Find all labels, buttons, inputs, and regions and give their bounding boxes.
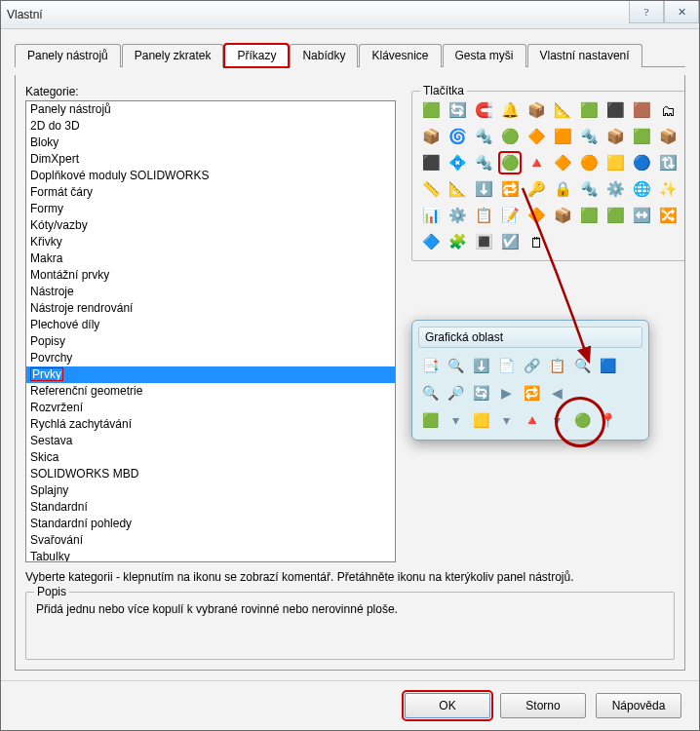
command-icon[interactable]: ☑️ xyxy=(499,231,521,252)
toolbar-icon[interactable]: 🟨 xyxy=(471,410,490,430)
category-item[interactable]: 2D do 3D xyxy=(26,118,395,135)
category-item[interactable]: Makra xyxy=(26,250,395,267)
toolbar-icon[interactable] xyxy=(598,383,617,403)
toolbar-icon[interactable]: ▾ xyxy=(547,410,566,430)
command-icon[interactable]: 🔔 xyxy=(499,99,521,121)
category-item[interactable]: Referenční geometrie xyxy=(26,383,395,400)
command-icon[interactable]: 📊 xyxy=(420,205,442,226)
toolbar-icon[interactable]: ▾ xyxy=(446,410,465,430)
tab-toolbars[interactable]: Panely nástrojů xyxy=(15,44,121,67)
command-icon[interactable]: 📦 xyxy=(420,126,442,147)
category-item[interactable]: Bloky xyxy=(26,135,395,151)
category-item[interactable]: Rozvržení xyxy=(26,400,395,416)
command-icon[interactable]: 🔵 xyxy=(631,152,652,173)
command-icon[interactable]: 🔒 xyxy=(552,178,573,200)
category-item[interactable]: Standardní xyxy=(26,499,395,516)
toolbar-icon[interactable]: 📄 xyxy=(496,356,516,375)
command-icon[interactable]: 🔶 xyxy=(525,205,547,226)
command-icon[interactable]: ⬛ xyxy=(420,152,442,173)
command-icon[interactable]: 🟠 xyxy=(578,152,600,173)
command-icon[interactable]: 🟩 xyxy=(604,205,626,226)
command-icon[interactable]: 🧲 xyxy=(473,99,494,121)
tab-custom[interactable]: Vlastní nastavení xyxy=(527,44,642,67)
command-icon[interactable]: 🔷 xyxy=(420,231,442,252)
toolbar-icon[interactable]: 📍 xyxy=(598,410,617,430)
command-icon[interactable]: 📐 xyxy=(447,178,468,200)
command-icon[interactable]: ⚙️ xyxy=(447,205,468,226)
help-button[interactable]: ? xyxy=(629,1,664,23)
command-icon[interactable]: 🌀 xyxy=(447,126,468,147)
command-icon[interactable]: 📦 xyxy=(552,205,573,226)
toolbar-icon[interactable]: 🔄 xyxy=(471,383,490,403)
category-item[interactable]: Rychlá zachytávání xyxy=(26,416,395,433)
command-icon[interactable]: 🔶 xyxy=(552,152,573,173)
toolbar-icon[interactable]: 🔁 xyxy=(522,383,541,403)
tab-gestures[interactable]: Gesta myši xyxy=(443,44,526,67)
toolbar-icon[interactable]: 🟦 xyxy=(598,356,617,375)
command-icon[interactable]: 💠 xyxy=(447,152,468,173)
category-item[interactable]: Splajny xyxy=(26,482,395,499)
command-icon[interactable]: 🟢 xyxy=(499,152,521,173)
command-icon[interactable]: 🔁 xyxy=(499,178,521,200)
category-item[interactable]: Nástroje xyxy=(26,284,395,300)
toolbar-icon[interactable]: 🟢 xyxy=(572,410,592,430)
category-item[interactable]: Doplňkové moduly SOLIDWORKS xyxy=(26,168,395,184)
command-icon[interactable]: 🔩 xyxy=(473,152,494,173)
command-icon[interactable]: 🗂 xyxy=(657,99,679,121)
category-item[interactable]: Popisy xyxy=(26,333,395,350)
command-icon[interactable]: 📦 xyxy=(525,99,547,121)
categories-listbox[interactable]: Panely nástrojů2D do 3DBlokyDimXpertDopl… xyxy=(25,100,396,562)
category-item[interactable]: Formy xyxy=(26,201,395,217)
category-item[interactable]: Nástroje rendrování xyxy=(26,300,395,317)
tab-commands[interactable]: Příkazy xyxy=(224,44,289,67)
category-item[interactable]: Kóty/vazby xyxy=(26,217,395,234)
command-icon[interactable]: 🟨 xyxy=(604,152,626,173)
toolbar-icon[interactable]: 📋 xyxy=(547,356,566,375)
category-item[interactable]: Montážní prvky xyxy=(26,267,395,284)
command-icon[interactable]: 🔳 xyxy=(473,231,494,252)
command-icon[interactable]: ⬛ xyxy=(604,99,626,121)
category-item[interactable]: Sestava xyxy=(26,433,395,449)
command-icon[interactable]: 🟩 xyxy=(578,205,600,226)
tab-keyboard[interactable]: Klávesnice xyxy=(359,44,441,67)
command-icon[interactable]: 🔩 xyxy=(473,126,494,147)
command-icon[interactable]: 🔑 xyxy=(525,178,547,200)
command-icon[interactable]: 🔩 xyxy=(578,126,600,147)
command-icon[interactable]: 🔄 xyxy=(447,99,468,121)
command-icon[interactable]: ⬇️ xyxy=(473,178,494,200)
category-item[interactable]: Standardní pohledy xyxy=(26,516,395,532)
toolbar-icon[interactable]: ◀ xyxy=(547,383,566,403)
toolbar-icon[interactable]: 🔗 xyxy=(522,356,541,375)
help-button-footer[interactable]: Nápověda xyxy=(596,693,681,718)
cancel-button[interactable]: Storno xyxy=(500,693,586,718)
command-icon[interactable]: ✨ xyxy=(657,178,679,200)
command-icon[interactable]: 🌐 xyxy=(631,178,652,200)
command-icon[interactable]: 🟩 xyxy=(578,99,600,121)
toolbar-icon[interactable]: ⬇️ xyxy=(471,356,490,375)
command-icon[interactable]: 📦 xyxy=(604,126,626,147)
command-icon[interactable]: 🟢 xyxy=(499,126,521,147)
command-icon[interactable]: 🟩 xyxy=(420,99,442,121)
command-icon[interactable]: 🔶 xyxy=(525,126,547,147)
toolbar-icon[interactable] xyxy=(572,383,592,403)
toolbar-icon[interactable]: 📑 xyxy=(420,356,440,375)
command-icon[interactable]: 🟫 xyxy=(631,99,652,121)
category-item[interactable]: Prvky xyxy=(26,366,395,383)
toolbar-icon[interactable]: ▶ xyxy=(496,383,516,403)
command-icon[interactable]: ↔️ xyxy=(631,205,652,226)
command-icon-grid[interactable]: 🟩🔄🧲🔔📦📐🟩⬛🟫🗂📦🌀🔩🟢🔶🟧🔩📦🟩📦⬛💠🔩🟢🔺🔶🟠🟨🔵🔃📏📐⬇️🔁🔑🔒🔩⚙️… xyxy=(420,99,679,252)
toolbar-icon[interactable]: 🔍 xyxy=(572,356,592,375)
command-icon[interactable]: 🔺 xyxy=(525,152,547,173)
command-icon[interactable]: 🔃 xyxy=(657,152,679,173)
category-item[interactable]: Tabulky xyxy=(26,549,395,562)
toolbar-icon[interactable]: 🔍 xyxy=(446,356,465,375)
category-item[interactable]: Křivky xyxy=(26,234,395,250)
tab-menus[interactable]: Nabídky xyxy=(290,44,358,67)
command-icon[interactable]: 🔩 xyxy=(578,178,600,200)
toolbar-icon[interactable]: 🔺 xyxy=(522,410,541,430)
command-icon[interactable]: ⚙️ xyxy=(604,178,626,200)
command-icon[interactable]: 📦 xyxy=(657,126,679,147)
tab-shortcuts[interactable]: Panely zkratek xyxy=(122,44,224,67)
category-item[interactable]: Svařování xyxy=(26,532,395,549)
command-icon[interactable]: 🟩 xyxy=(631,126,652,147)
